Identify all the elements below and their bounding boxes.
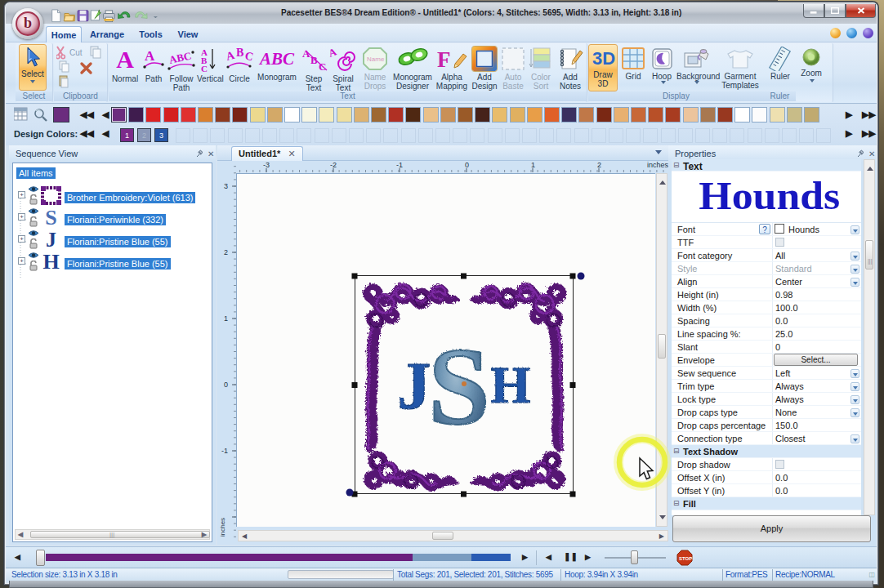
svg-text:inches: inches xyxy=(219,518,226,537)
svg-text:0: 0 xyxy=(224,381,228,389)
svg-text:1: 1 xyxy=(224,314,228,323)
svg-text:A: A xyxy=(328,46,338,60)
svg-text:A: A xyxy=(145,48,155,64)
svg-text:C: C xyxy=(243,49,254,63)
svg-text:-3: -3 xyxy=(263,161,270,169)
svg-text:3: 3 xyxy=(224,182,228,190)
svg-text:ABC: ABC xyxy=(168,50,193,66)
svg-text:H: H xyxy=(489,356,529,413)
svg-text:3D: 3D xyxy=(592,48,615,69)
svg-text:2: 2 xyxy=(224,248,228,256)
svg-text:2: 2 xyxy=(597,161,601,169)
svg-text:C: C xyxy=(201,64,208,74)
svg-text:J: J xyxy=(397,348,431,422)
svg-text:-1: -1 xyxy=(396,161,403,169)
svg-text:0: 0 xyxy=(465,161,469,169)
svg-text:-2: -2 xyxy=(330,161,337,169)
svg-text:1: 1 xyxy=(531,161,535,169)
svg-text:B: B xyxy=(236,47,243,59)
svg-text:Cut: Cut xyxy=(69,48,83,57)
svg-text:S: S xyxy=(427,324,489,447)
svg-text:STOP: STOP xyxy=(679,556,692,561)
svg-text:F: F xyxy=(437,47,451,72)
svg-text:inches: inches xyxy=(647,161,668,169)
svg-text:Name: Name xyxy=(367,56,385,63)
svg-text:A: A xyxy=(225,49,236,63)
svg-text:-1: -1 xyxy=(221,447,228,455)
